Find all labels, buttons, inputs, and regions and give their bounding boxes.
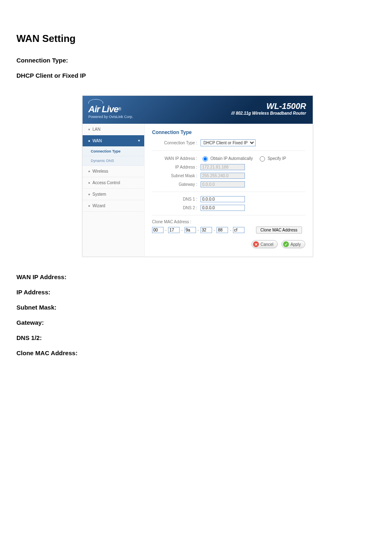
dns2-input[interactable] <box>201 205 245 211</box>
nav-label-access: Access Control <box>92 180 120 185</box>
nav-label-wireless: Wireless <box>92 169 108 173</box>
brand-name: Air Live <box>88 104 118 114</box>
mac-octet-2[interactable] <box>168 227 180 233</box>
page-title: WAN Setting <box>16 33 376 44</box>
divider <box>152 192 305 192</box>
nav-item-wan[interactable]: WAN <box>83 135 144 147</box>
apply-button[interactable]: ✓ Apply <box>281 240 305 248</box>
sidebar-nav: LAN WAN Connection Type Dynamic DNS Wire… <box>83 124 145 257</box>
reg-mark: ® <box>118 107 121 111</box>
nav-label-wan: WAN <box>92 139 102 143</box>
cancel-button[interactable]: ✕ Cancel <box>251 240 278 248</box>
dns-heading: DNS 1/2: <box>16 334 376 341</box>
radio-obtain-auto-input[interactable] <box>203 156 208 162</box>
connection-type-select[interactable]: DHCP Client or Fixed IP <box>201 139 256 146</box>
radio-specify-ip[interactable]: Specify IP <box>258 155 286 162</box>
nav-item-wireless[interactable]: Wireless <box>83 166 144 177</box>
panel-title: Connection Type <box>152 130 305 135</box>
dns2-label: DNS 2 : <box>152 206 201 210</box>
mac-octet-6[interactable] <box>233 227 244 233</box>
nav-label-lan: LAN <box>92 127 100 132</box>
nav-item-wizard[interactable]: Wizard <box>83 200 144 212</box>
nav-label-system: System <box>92 192 106 197</box>
connection-type-label: Connection Type : <box>152 141 201 145</box>
logo-arc-icon <box>88 99 103 104</box>
radio-specify-ip-input[interactable] <box>260 156 265 162</box>
router-admin-screenshot: Air Live® Powered by OvisLink Corp. WL-1… <box>82 95 313 257</box>
dns1-input[interactable] <box>201 196 245 202</box>
nav-item-access-control[interactable]: Access Control <box>83 177 144 189</box>
nav-sub-dynamic-dns[interactable]: Dynamic DNS <box>83 156 144 166</box>
dns1-label: DNS 1 : <box>152 197 201 201</box>
nav-item-lan[interactable]: LAN <box>83 124 144 135</box>
divider <box>152 150 305 151</box>
gateway-heading: Gateway: <box>16 319 376 326</box>
model-description: /// 802.11g Wireless Broadband Router <box>231 111 306 116</box>
cancel-icon: ✕ <box>253 241 259 247</box>
cancel-button-label: Cancel <box>261 242 273 247</box>
section-connection-type: Connection Type: <box>16 57 376 64</box>
wan-ip-address-heading: WAN IP Address: <box>16 273 376 280</box>
nav-label-wizard: Wizard <box>92 204 105 208</box>
model-block: WL-1500R /// 802.11g Wireless Broadband … <box>231 102 306 116</box>
subnet-mask-label: Subnet Mask : <box>152 173 201 178</box>
clone-mac-header: Clone MAC Address : <box>152 220 305 224</box>
clone-mac-button[interactable]: Clone MAC Address <box>256 227 302 234</box>
ip-address-label: IP Address : <box>152 165 201 169</box>
apply-button-label: Apply <box>291 242 301 247</box>
mac-octet-1[interactable] <box>152 227 164 233</box>
clone-mac-heading: Clone MAC Address: <box>16 349 376 356</box>
nav-item-system[interactable]: System <box>83 189 144 200</box>
radio-obtain-auto-text: Obtain IP Automatically <box>210 156 253 161</box>
divider <box>152 215 305 215</box>
radio-obtain-auto[interactable]: Obtain IP Automatically <box>201 155 253 162</box>
mac-octet-3[interactable] <box>184 227 196 233</box>
gateway-label: Gateway : <box>152 182 201 187</box>
clone-mac-row: - - - - - Clone MAC Address <box>152 227 305 234</box>
router-header: Air Live® Powered by OvisLink Corp. WL-1… <box>83 96 313 124</box>
nav-sub-connection-type[interactable]: Connection Type <box>83 147 144 156</box>
footer-actions: ✕ Cancel ✓ Apply <box>152 240 305 248</box>
ip-address-input[interactable] <box>201 164 245 170</box>
radio-specify-ip-text: Specify IP <box>267 156 286 161</box>
ip-address-heading: IP Address: <box>16 289 376 296</box>
sub-dhcp-client: DHCP Client or Fixed IP <box>16 72 376 79</box>
mac-octet-4[interactable] <box>201 227 212 233</box>
apply-icon: ✓ <box>283 241 289 247</box>
subnet-mask-heading: Subnet Mask: <box>16 304 376 311</box>
mac-octet-5[interactable] <box>217 227 228 233</box>
model-number: WL-1500R <box>231 102 306 111</box>
subnet-mask-input[interactable] <box>201 173 245 179</box>
wan-ip-address-label: WAN IP Address : <box>152 156 201 161</box>
content-panel: Connection Type Connection Type : DHCP C… <box>145 124 313 257</box>
gateway-input[interactable] <box>201 181 245 187</box>
